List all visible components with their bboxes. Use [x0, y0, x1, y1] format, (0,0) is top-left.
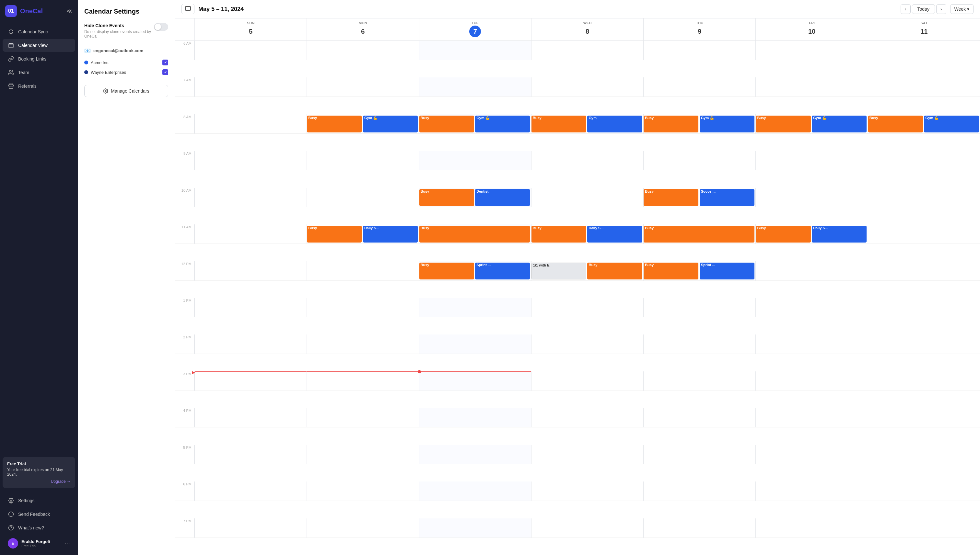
day-cell[interactable] [419, 151, 531, 170]
event-block[interactable]: Sprint ... [475, 263, 530, 279]
day-cell[interactable] [868, 481, 980, 501]
day-cell[interactable] [755, 188, 867, 207]
day-cell[interactable] [755, 445, 867, 464]
day-cell[interactable] [307, 151, 419, 170]
day-cell[interactable]: BusyDaily S... [755, 225, 867, 244]
day-cell[interactable] [868, 335, 980, 354]
event-block[interactable]: Daily S... [363, 226, 418, 242]
day-cell[interactable] [195, 298, 307, 317]
day-cell[interactable] [868, 77, 980, 97]
day-cell[interactable] [419, 298, 531, 317]
day-cell[interactable] [195, 261, 307, 281]
day-cell[interactable] [868, 408, 980, 427]
day-cell[interactable] [755, 335, 867, 354]
day-cell[interactable] [755, 261, 867, 281]
event-block[interactable]: Busy [419, 115, 474, 132]
event-block[interactable]: Sprint ... [700, 263, 755, 279]
day-cell[interactable] [643, 335, 755, 354]
event-block[interactable]: Busy [756, 115, 811, 132]
day-cell[interactable] [195, 41, 307, 60]
event-block[interactable]: Busy [307, 226, 362, 242]
day-cell[interactable] [531, 335, 643, 354]
day-cell[interactable]: Busy [419, 225, 531, 244]
day-cell[interactable] [307, 77, 419, 97]
sidebar-item-feedback[interactable]: Send Feedback [3, 508, 75, 521]
day-cell[interactable] [643, 41, 755, 60]
sidebar-item-calendar-sync[interactable]: Calendar Sync [3, 25, 75, 38]
day-cell[interactable] [419, 481, 531, 501]
day-cell[interactable] [531, 77, 643, 97]
day-cell[interactable]: BusyGym 💪 [307, 114, 419, 134]
event-block[interactable]: Busy [531, 226, 586, 242]
day-cell[interactable] [307, 41, 419, 60]
day-cell[interactable] [755, 77, 867, 97]
day-cell[interactable] [868, 298, 980, 317]
day-cell[interactable] [195, 518, 307, 538]
day-cell[interactable] [307, 445, 419, 464]
day-cell[interactable] [643, 445, 755, 464]
day-cell[interactable] [419, 445, 531, 464]
day-cell[interactable]: ▶ [195, 371, 307, 391]
day-cell[interactable] [755, 298, 867, 317]
day-cell[interactable] [195, 114, 307, 134]
day-cell[interactable] [531, 408, 643, 427]
day-cell[interactable] [419, 518, 531, 538]
day-cell[interactable] [643, 298, 755, 317]
day-cell[interactable] [755, 518, 867, 538]
sidebar-item-whats-new[interactable]: What's new? [3, 521, 75, 534]
event-block[interactable]: Busy [419, 189, 474, 206]
view-selector[interactable]: Week ▾ [950, 4, 974, 14]
day-cell[interactable]: BusyGym [531, 114, 643, 134]
day-cell[interactable] [643, 408, 755, 427]
day-cell[interactable] [419, 335, 531, 354]
day-cell[interactable]: BusySprint ... [419, 261, 531, 281]
event-block[interactable]: Busy [756, 226, 811, 242]
day-cell[interactable] [868, 225, 980, 244]
day-cell[interactable] [195, 77, 307, 97]
day-cell[interactable] [643, 518, 755, 538]
day-cell[interactable]: 1/1 with EBusy [531, 261, 643, 281]
manage-calendars-button[interactable]: Manage Calendars [84, 85, 168, 97]
event-block[interactable]: 1/1 with E [531, 263, 586, 279]
event-block[interactable]: Soccer... [700, 189, 755, 206]
day-cell[interactable]: BusyGym 💪 [419, 114, 531, 134]
acme-checkbox[interactable] [163, 59, 168, 66]
day-cell[interactable] [868, 261, 980, 281]
event-block[interactable]: Gym 💪 [363, 115, 418, 132]
event-block[interactable]: Gym 💪 [700, 115, 755, 132]
day-cell[interactable]: BusyGym 💪 [868, 114, 980, 134]
event-block[interactable]: Busy [587, 263, 642, 279]
day-cell[interactable] [195, 225, 307, 244]
event-block[interactable]: Gym 💪 [812, 115, 867, 132]
day-cell[interactable] [419, 371, 531, 391]
event-block[interactable]: Gym 💪 [475, 115, 530, 132]
day-cell[interactable] [755, 41, 867, 60]
day-cell[interactable] [643, 151, 755, 170]
day-cell[interactable] [195, 481, 307, 501]
day-cell[interactable] [307, 518, 419, 538]
day-cell[interactable] [755, 151, 867, 170]
event-block[interactable]: Busy [531, 115, 586, 132]
event-block[interactable]: Busy [419, 226, 530, 242]
day-cell[interactable] [531, 151, 643, 170]
event-block[interactable]: Busy [307, 115, 362, 132]
event-block[interactable]: Busy [644, 115, 698, 132]
day-cell[interactable] [195, 188, 307, 207]
day-cell[interactable] [868, 371, 980, 391]
day-cell[interactable] [531, 41, 643, 60]
sidebar-item-booking-links[interactable]: Booking Links [3, 53, 75, 66]
event-block[interactable]: Busy [644, 263, 698, 279]
day-cell[interactable] [419, 77, 531, 97]
sidebar-item-team[interactable]: Team [3, 66, 75, 79]
day-cell[interactable] [643, 371, 755, 391]
day-cell[interactable]: BusyGym 💪 [643, 114, 755, 134]
day-cell[interactable] [868, 518, 980, 538]
event-block[interactable]: Busy [419, 263, 474, 279]
event-block[interactable]: Daily S... [587, 226, 642, 242]
day-cell[interactable] [531, 518, 643, 538]
collapse-icon[interactable]: ≪ [66, 8, 72, 14]
today-button[interactable]: Today [912, 4, 935, 14]
day-cell[interactable]: BusySprint ... [643, 261, 755, 281]
day-cell[interactable]: BusySoccer... [643, 188, 755, 207]
day-cell[interactable] [307, 188, 419, 207]
